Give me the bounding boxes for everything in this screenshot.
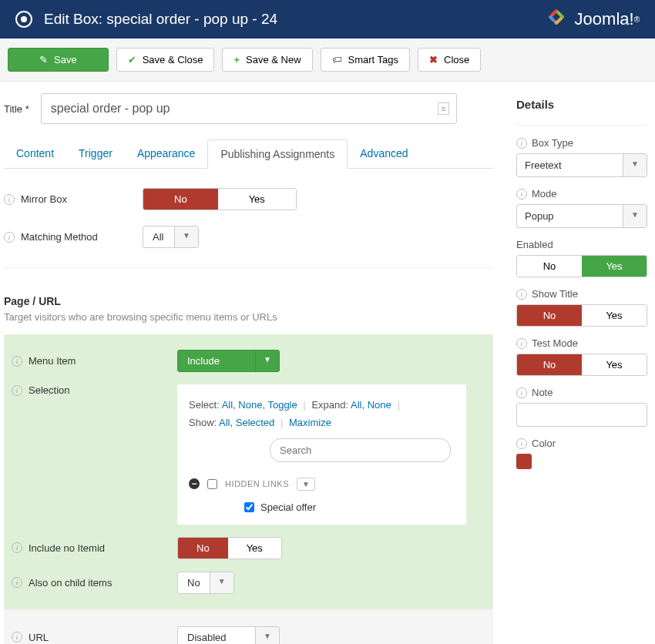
show-all[interactable]: All <box>219 417 230 428</box>
note-label: Note <box>532 387 553 398</box>
enabled-no[interactable]: No <box>517 256 582 277</box>
joomla-icon <box>544 5 569 34</box>
close-button[interactable]: ✖ Close <box>418 48 481 72</box>
select-none[interactable]: None <box>238 399 262 411</box>
box-type-value: Freetext <box>517 154 623 176</box>
include-no-itemid-yes[interactable]: Yes <box>228 538 281 558</box>
hidden-links-row: − HIDDEN LINKS ▼ <box>189 471 455 497</box>
selection-label: Selection <box>29 384 69 396</box>
chevron-down-icon: ▼ <box>255 627 279 644</box>
info-icon[interactable]: i <box>12 542 22 553</box>
url-panel: i URL Disabled ▼ <box>4 609 493 644</box>
show-title-toggle: No Yes <box>516 304 647 327</box>
special-offer-checkbox[interactable] <box>244 502 254 512</box>
chevron-down-icon: ▼ <box>174 226 198 247</box>
matching-method-label: Matching Method <box>21 231 98 243</box>
tab-publishing-assignments[interactable]: Publishing Assignments <box>207 139 348 169</box>
url-select[interactable]: Disabled ▼ <box>177 626 280 644</box>
collapse-icon[interactable]: − <box>189 478 200 489</box>
save-close-button[interactable]: ✔ Save & Close <box>116 48 215 72</box>
info-icon[interactable]: i <box>516 438 527 449</box>
info-icon[interactable]: i <box>516 289 527 300</box>
chevron-down-icon: ▼ <box>210 572 233 593</box>
also-child-select[interactable]: No ▼ <box>177 572 234 594</box>
selection-toolbar: Select: All, None, Toggle | Expand: All,… <box>189 396 455 432</box>
tab-appearance[interactable]: Appearance <box>125 139 208 168</box>
info-icon[interactable]: i <box>4 232 15 243</box>
show-selected[interactable]: Selected <box>236 417 275 428</box>
info-icon[interactable]: i <box>516 387 527 398</box>
selection-search-input[interactable] <box>270 438 451 462</box>
page-url-heading: Page / URL <box>4 295 493 307</box>
box-type-label: Box Type <box>532 137 573 149</box>
expand-all[interactable]: All <box>351 399 361 411</box>
divider <box>4 267 493 268</box>
mirror-box-row: i Mirror Box No Yes <box>4 180 493 218</box>
include-no-itemid-toggle: No Yes <box>177 537 282 559</box>
test-mode-no[interactable]: No <box>517 354 582 375</box>
matching-method-select[interactable]: All ▼ <box>143 226 199 248</box>
save-label: Save <box>54 54 77 65</box>
info-icon[interactable]: i <box>4 194 15 205</box>
include-no-itemid-no[interactable]: No <box>178 538 228 558</box>
plus-icon: + <box>233 54 240 65</box>
tab-trigger[interactable]: Trigger <box>66 139 125 168</box>
mirror-box-label: Mirror Box <box>21 193 67 205</box>
save-icon: ✎ <box>39 54 48 65</box>
mode-select[interactable]: Popup ▼ <box>516 204 647 228</box>
title-input[interactable] <box>41 93 457 124</box>
page-url-section: Page / URL Target visitors who are brows… <box>4 287 493 327</box>
check-icon: ✔ <box>128 54 136 65</box>
save-new-label: Save & New <box>246 54 301 65</box>
mirror-no[interactable]: No <box>143 189 218 210</box>
selection-box: Select: All, None, Toggle | Expand: All,… <box>177 384 466 525</box>
info-icon[interactable]: i <box>12 356 22 367</box>
include-no-itemid-label: Include no Itemid <box>29 542 105 554</box>
enabled-label: Enabled <box>516 239 553 250</box>
menu-item-panel: i Menu Item Include ▼ i Selection Select… <box>4 334 493 609</box>
test-mode-toggle: No Yes <box>516 354 647 376</box>
save-button[interactable]: ✎ Save <box>8 48 109 72</box>
info-icon[interactable]: i <box>12 632 22 642</box>
save-new-button[interactable]: + Save & New <box>222 48 312 72</box>
also-child-value: No <box>178 572 210 593</box>
special-offer-label: Special offer <box>260 501 316 513</box>
info-icon[interactable]: i <box>12 577 22 588</box>
brand-text: Joomla! <box>575 9 634 29</box>
info-icon[interactable]: i <box>516 138 527 149</box>
hidden-links-dropdown[interactable]: ▼ <box>297 478 315 491</box>
test-mode-label: Test Mode <box>532 337 578 349</box>
enabled-yes[interactable]: Yes <box>582 256 647 277</box>
smart-tags-button[interactable]: 🏷 Smart Tags <box>321 48 411 72</box>
title-row: Title * ≡ <box>4 93 493 124</box>
info-icon[interactable]: i <box>516 189 527 200</box>
mirror-yes[interactable]: Yes <box>218 189 296 210</box>
tab-advanced[interactable]: Advanced <box>348 139 420 168</box>
mirror-box-toggle: No Yes <box>143 188 297 210</box>
select-toggle[interactable]: Toggle <box>267 399 297 411</box>
title-label: Title * <box>4 103 29 115</box>
menu-item-label: Menu Item <box>29 355 76 367</box>
tab-content[interactable]: Content <box>4 139 66 168</box>
enabled-toggle: No Yes <box>516 255 647 277</box>
hidden-links-checkbox[interactable] <box>207 479 217 489</box>
box-type-select[interactable]: Freetext ▼ <box>516 153 647 177</box>
show-title-yes[interactable]: Yes <box>582 305 647 326</box>
matching-method-row: i Matching Method All ▼ <box>4 218 493 256</box>
expand-none[interactable]: None <box>368 399 391 411</box>
test-mode-yes[interactable]: Yes <box>582 354 647 375</box>
page-title: Edit Box: special order - pop up - 24 <box>44 11 544 28</box>
info-icon[interactable]: i <box>12 385 22 396</box>
show-title-no[interactable]: No <box>517 305 582 326</box>
mode-value: Popup <box>517 205 623 227</box>
note-input[interactable] <box>516 403 647 427</box>
color-swatch[interactable] <box>516 454 532 469</box>
url-label: URL <box>29 632 49 643</box>
hidden-links-label: HIDDEN LINKS <box>225 479 289 488</box>
chevron-down-icon: ▼ <box>255 351 279 371</box>
maximize[interactable]: Maximize <box>289 417 331 428</box>
menu-item-select[interactable]: Include ▼ <box>177 350 280 372</box>
matching-value: All <box>143 226 174 247</box>
info-icon[interactable]: i <box>516 338 527 349</box>
select-all[interactable]: All <box>222 399 233 411</box>
